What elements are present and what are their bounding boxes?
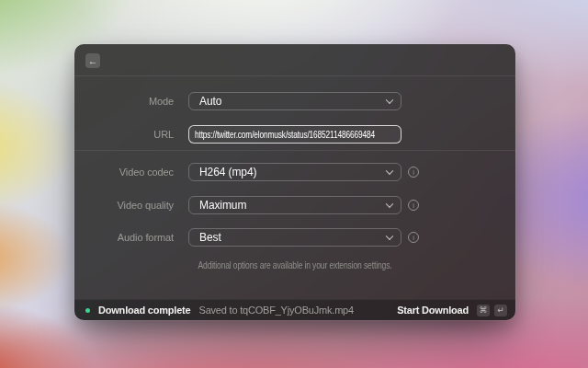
back-arrow-icon: ← — [88, 55, 98, 66]
command-key-icon: ⌘ — [477, 305, 490, 316]
chevron-down-icon — [386, 201, 393, 208]
video-quality-value: Maximum — [199, 199, 246, 212]
audio-format-label: Audio format — [89, 228, 174, 247]
info-icon[interactable]: i — [408, 232, 419, 243]
mode-value: Auto — [199, 95, 221, 108]
audio-format-select[interactable]: Best — [188, 228, 401, 247]
return-key-icon: ↵ — [494, 305, 507, 316]
mode-label: Mode — [89, 92, 174, 110]
section-divider — [74, 150, 515, 151]
window-header: ← — [74, 44, 515, 76]
status-bar: Download complete Saved to tqCOBF_YjyOBu… — [74, 299, 515, 320]
status-title: Download complete — [98, 305, 191, 316]
video-quality-select[interactable]: Maximum — [188, 196, 401, 214]
audio-format-row: Audio format Best i — [74, 228, 515, 247]
mode-select[interactable]: Auto — [188, 92, 401, 110]
audio-format-value: Best — [199, 231, 221, 244]
info-icon[interactable]: i — [408, 200, 419, 211]
url-row: URL https://twitter.com/elonmusk/status/… — [74, 125, 515, 144]
video-codec-row: Video codec H264 (mp4) i — [74, 163, 515, 181]
status-detail: Saved to tqCOBF_YjyOBuJmk.mp4 — [199, 305, 354, 316]
video-quality-row: Video quality Maximum i — [74, 196, 515, 214]
start-download-button[interactable]: Start Download — [397, 305, 469, 316]
chevron-down-icon — [386, 233, 393, 240]
url-input[interactable]: https://twitter.com/elonmusk/status/1685… — [188, 125, 401, 144]
info-icon[interactable]: i — [408, 167, 419, 178]
extension-settings-note: Additional options are available in your… — [123, 259, 467, 271]
url-label: URL — [89, 125, 174, 144]
video-codec-select[interactable]: H264 (mp4) — [188, 163, 401, 181]
url-value: https://twitter.com/elonmusk/status/1685… — [195, 129, 375, 140]
mode-row: Mode Auto — [74, 92, 515, 110]
chevron-down-icon — [386, 167, 393, 175]
video-codec-value: H264 (mp4) — [199, 166, 256, 178]
status-dot — [85, 308, 90, 313]
video-downloader-window: ← Mode Auto URL https://twitter.com/elon… — [74, 44, 515, 320]
back-button[interactable]: ← — [85, 53, 100, 68]
desktop-background: ← Mode Auto URL https://twitter.com/elon… — [0, 0, 588, 368]
video-codec-label: Video codec — [89, 163, 174, 181]
chevron-down-icon — [386, 97, 393, 104]
video-quality-label: Video quality — [89, 196, 174, 214]
